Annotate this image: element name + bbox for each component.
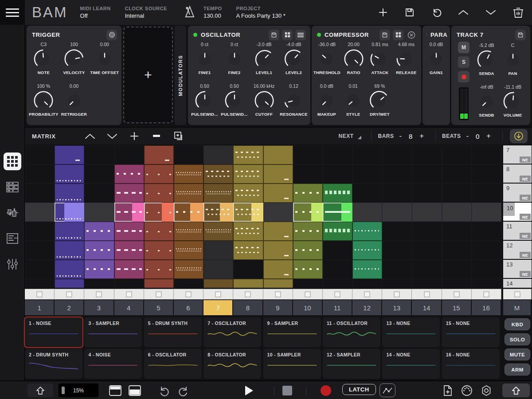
clip-cell[interactable] <box>55 222 84 241</box>
knob-dial[interactable] <box>223 90 246 112</box>
track-number-10[interactable]: 10 <box>293 300 323 316</box>
sidebar-item-list-view[interactable] <box>4 230 21 247</box>
track-number-12[interactable]: 12 <box>352 300 382 316</box>
knob-dial[interactable] <box>223 48 246 70</box>
track-select-checkbox[interactable] <box>25 289 55 300</box>
sidebar-item-mixer-view[interactable] <box>4 255 21 273</box>
clip-cell[interactable] <box>352 260 382 279</box>
knob-gain1[interactable]: 0.0 dB GAIN1 <box>424 42 448 82</box>
track-number-14[interactable]: 14 <box>412 300 442 316</box>
track-tile-9[interactable]: 9 - SAMPLER <box>263 317 321 347</box>
knob-dial[interactable] <box>194 48 216 70</box>
clip-cell[interactable] <box>352 203 382 222</box>
clip-cell[interactable] <box>352 222 382 241</box>
clip-cell[interactable] <box>174 203 203 222</box>
undo-icon[interactable] <box>158 385 169 397</box>
solo-button[interactable]: SOLO <box>505 333 530 345</box>
knob-senda[interactable]: -5.2 dB SENDA <box>473 43 500 83</box>
arm-button[interactable]: ARM <box>505 364 530 376</box>
clip-cell[interactable] <box>472 222 501 241</box>
solo-button[interactable]: S <box>458 56 469 68</box>
clip-cell[interactable] <box>352 184 382 203</box>
track-select-checkbox[interactable] <box>263 289 293 300</box>
save-preset-icon[interactable] <box>269 30 279 40</box>
knob-retrigger[interactable]: 0.00 RETRIGGER <box>59 83 90 124</box>
clip-cell[interactable] <box>442 184 472 203</box>
clip-cell[interactable] <box>25 203 55 222</box>
track-tile-4[interactable]: 4 - NOISE <box>84 349 142 379</box>
clip-cell[interactable] <box>382 184 412 203</box>
track-number-4[interactable]: 4 <box>114 300 144 316</box>
clip-cell[interactable] <box>203 241 233 260</box>
knob-dial[interactable] <box>343 48 365 70</box>
clip-cell[interactable] <box>233 222 263 241</box>
knob-dial[interactable] <box>283 90 305 112</box>
knob-dial[interactable] <box>283 48 305 70</box>
clip-cell[interactable] <box>55 203 84 222</box>
clip-cell[interactable] <box>84 184 114 203</box>
track-select-checkbox[interactable] <box>412 289 442 300</box>
knob-dial[interactable] <box>32 90 55 112</box>
knob-attack[interactable]: 0.81 ms ATTACK <box>367 42 393 82</box>
zoom-level-control[interactable]: 15% <box>59 383 98 397</box>
clip-cell[interactable] <box>174 164 203 184</box>
tempo-value[interactable]: 130.00 <box>203 12 222 19</box>
clip-cell[interactable] <box>412 145 442 164</box>
track-number-7[interactable]: 7 <box>203 300 233 316</box>
sidebar-item-arranger-view[interactable] <box>4 204 21 222</box>
clip-cell[interactable] <box>25 241 55 260</box>
clip-cell[interactable] <box>442 164 472 184</box>
track-number-2[interactable]: 2 <box>55 300 84 316</box>
knob-dial[interactable] <box>369 48 391 70</box>
modulators-tab[interactable]: MODULATORS <box>175 26 186 125</box>
knob-fine2[interactable]: 0 ct FINE2 <box>219 42 249 82</box>
clip-cell[interactable] <box>352 164 382 184</box>
clip-cell[interactable] <box>203 203 233 222</box>
track-select-checkbox[interactable] <box>174 289 203 300</box>
clip-cell[interactable] <box>25 222 55 241</box>
clip-cell[interactable] <box>233 145 263 164</box>
clip-cell[interactable] <box>114 145 144 164</box>
knob-dial[interactable] <box>316 48 338 70</box>
knob-dial[interactable] <box>502 90 524 113</box>
mute-button[interactable]: MUTE <box>505 348 530 360</box>
close-icon[interactable] <box>406 30 417 40</box>
bars-decrement[interactable]: - <box>394 132 407 141</box>
knob-dry-wet[interactable]: 69 % DRY/WET <box>367 83 393 124</box>
knob-dial[interactable] <box>368 90 391 112</box>
track-tile-2[interactable]: 2 - DRUM SYNTH <box>25 349 82 379</box>
undo-icon[interactable] <box>431 7 442 18</box>
duplicate-scene-icon[interactable] <box>171 131 186 141</box>
clip-cell[interactable] <box>233 184 263 203</box>
midi-icon[interactable] <box>461 385 473 396</box>
clip-cell[interactable] <box>293 241 323 260</box>
knob-volume[interactable]: -11.1 dB VOLUME <box>500 84 526 125</box>
knob-pulsewid-[interactable]: 0.50 PULSEWID... <box>219 83 249 124</box>
track-number-13[interactable]: 13 <box>382 300 412 316</box>
scene-down-icon[interactable] <box>105 133 120 139</box>
knob-release[interactable]: 4.68 ms RELEASE <box>393 42 419 82</box>
clock-source-control[interactable]: CLOCK SOURCE Internal <box>125 6 167 19</box>
panel-up-button[interactable] <box>502 383 530 397</box>
zoom-handle[interactable] <box>62 387 65 394</box>
clip-cell[interactable] <box>203 184 233 203</box>
clip-cell[interactable] <box>412 241 442 260</box>
clip-cell[interactable] <box>144 260 174 279</box>
clip-cell[interactable] <box>174 222 203 241</box>
clip-cell[interactable] <box>293 203 323 222</box>
knob-makeup[interactable]: 0.0 dB MAKEUP <box>313 83 340 124</box>
grid-layout-icon[interactable] <box>282 30 293 40</box>
clip-cell[interactable] <box>472 164 501 184</box>
knob-note[interactable]: C3 NOTE <box>28 42 59 82</box>
shift-button[interactable] <box>27 383 53 397</box>
clip-cell[interactable] <box>84 203 114 222</box>
clip-cell[interactable] <box>323 241 352 260</box>
track-tile-8[interactable]: 8 - OSCILLATOR <box>203 349 261 379</box>
knob-sendb[interactable]: -inf dB SENDB <box>473 84 500 125</box>
clip-cell[interactable] <box>263 203 293 222</box>
clock-source-value[interactable]: Internal <box>125 12 167 19</box>
clip-cell[interactable] <box>25 164 55 184</box>
track-select-checkbox[interactable] <box>84 289 114 300</box>
clip-cell[interactable] <box>293 279 323 288</box>
knob-dial[interactable] <box>425 48 447 70</box>
